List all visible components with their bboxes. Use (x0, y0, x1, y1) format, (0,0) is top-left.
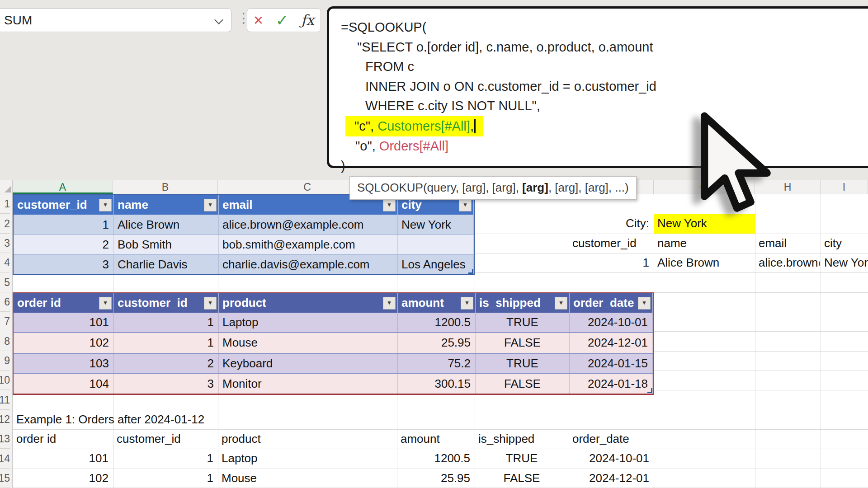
cell[interactable]: Keyboard (219, 354, 398, 373)
row-header[interactable]: 1 (0, 194, 10, 214)
cell[interactable]: FALSE (476, 374, 570, 394)
cell[interactable]: 102 (14, 333, 114, 353)
example-cell[interactable]: 102 (13, 469, 113, 488)
filter-icon[interactable]: ▾ (99, 199, 112, 211)
cell[interactable]: 2024-01-18 (570, 374, 653, 394)
lookup-result-cell[interactable]: alice.brown@example.com (755, 253, 820, 272)
cell[interactable]: Laptop (219, 313, 398, 332)
example-header-cell[interactable]: order_date (569, 429, 654, 449)
filter-icon[interactable]: ▾ (204, 199, 217, 211)
example-cell[interactable]: 101 (13, 449, 113, 469)
row-header[interactable]: 5 (0, 272, 10, 292)
cell[interactable]: 2 (14, 235, 114, 254)
lookup-header-cell[interactable]: name (654, 234, 755, 253)
customers-header-cell[interactable]: customer_id▾ (14, 195, 114, 215)
example-cell[interactable]: 2024-12-01 (569, 469, 654, 488)
table-resize-handle[interactable] (647, 388, 652, 393)
example-header-cell[interactable]: product (218, 429, 397, 449)
example-cell[interactable]: FALSE (475, 469, 569, 488)
example-cell[interactable]: TRUE (475, 449, 569, 469)
row-header[interactable]: 14 (0, 449, 10, 469)
formula-input[interactable]: =SQLOOKUP( "SELECT o.[order id], c.name,… (327, 6, 868, 168)
city-label-cell[interactable]: City: (569, 214, 654, 234)
cell[interactable]: 2024-12-01 (570, 333, 653, 353)
lookup-header-cell[interactable]: city (821, 234, 868, 253)
column-header-A[interactable]: A (13, 180, 113, 194)
enter-icon[interactable]: ✓ (276, 13, 289, 28)
example-cell[interactable]: 1 (113, 449, 218, 469)
example-cell[interactable]: Laptop (218, 449, 397, 469)
example-header-cell[interactable]: customer_id (113, 429, 218, 449)
cell[interactable]: 1 (14, 215, 114, 235)
filter-icon[interactable]: ▾ (459, 199, 472, 211)
column-header-I[interactable]: I (821, 180, 868, 194)
cell[interactable]: Los Angeles (398, 255, 474, 274)
orders-header-cell[interactable]: order id▾ (14, 293, 114, 313)
cell[interactable]: 2024-10-01 (570, 313, 653, 332)
cell[interactable]: 1200.5 (398, 313, 476, 332)
lookup-result-cell[interactable]: 1 (569, 253, 654, 272)
example-cell[interactable]: 25.95 (397, 469, 475, 488)
cell[interactable]: 104 (14, 374, 114, 394)
insert-function-icon[interactable]: ƒx (301, 13, 314, 27)
example-header-cell[interactable]: order id (13, 429, 113, 449)
example-header-cell[interactable]: amount (397, 429, 475, 449)
cancel-icon[interactable]: × (254, 12, 263, 28)
cell[interactable]: 25.95 (398, 333, 476, 353)
row-header[interactable]: 3 (0, 234, 10, 253)
lookup-result-cell[interactable]: New York (821, 253, 868, 272)
filter-icon[interactable]: ▾ (555, 297, 567, 310)
example-title-cell[interactable]: Example 1: Orders after 2024-01-12 (13, 410, 383, 429)
cell[interactable]: New York (398, 215, 474, 235)
orders-header-cell[interactable]: product▾ (219, 293, 398, 313)
row-header[interactable]: 10 (0, 371, 10, 390)
cell[interactable]: TRUE (476, 313, 570, 332)
row-header[interactable]: 4 (0, 253, 10, 272)
cell[interactable]: 101 (14, 313, 114, 332)
cell[interactable]: Mouse (219, 333, 398, 353)
cell[interactable]: 75.2 (398, 354, 476, 373)
orders-header-cell[interactable]: customer_id▾ (114, 293, 219, 313)
cell[interactable]: 1 (114, 333, 219, 353)
row-header[interactable]: 2 (0, 214, 10, 234)
example-header-cell[interactable]: is_shipped (475, 429, 569, 449)
filter-icon[interactable]: ▾ (383, 199, 396, 211)
select-all-corner[interactable] (0, 180, 13, 194)
filter-icon[interactable]: ▾ (638, 297, 651, 310)
filter-icon[interactable]: ▾ (204, 297, 217, 310)
cell[interactable] (398, 235, 474, 254)
orders-header-cell[interactable]: order_date▾ (570, 293, 653, 313)
filter-icon[interactable]: ▾ (99, 297, 112, 310)
row-header[interactable]: 12 (0, 410, 10, 429)
row-header[interactable]: 15 (0, 469, 10, 488)
row-header[interactable]: 8 (0, 331, 10, 351)
example-cell[interactable]: 2024-10-01 (569, 449, 654, 469)
filter-icon[interactable]: ▾ (383, 297, 396, 310)
cell[interactable]: 1 (114, 313, 219, 332)
name-box[interactable]: SUM (0, 8, 231, 32)
cell[interactable]: bob.smith@example.com (219, 235, 398, 254)
row-header[interactable]: 6 (0, 292, 10, 312)
cell[interactable]: Alice Brown (114, 215, 219, 235)
cell[interactable]: FALSE (476, 333, 570, 353)
lookup-header-cell[interactable]: email (755, 234, 821, 253)
chevron-down-icon[interactable] (216, 16, 223, 23)
table-resize-handle[interactable] (468, 269, 473, 274)
cell[interactable]: TRUE (476, 354, 570, 373)
row-header[interactable]: 9 (0, 351, 10, 371)
cell[interactable]: 2 (114, 354, 219, 373)
orders-header-cell[interactable]: amount▾ (398, 293, 476, 313)
orders-header-cell[interactable]: is_shipped▾ (476, 293, 570, 313)
example-cell[interactable]: 1 (113, 469, 218, 488)
row-header[interactable]: 7 (0, 312, 10, 331)
customers-header-cell[interactable]: name▾ (114, 195, 219, 215)
cell[interactable]: alice.brown@example.com (219, 215, 398, 235)
example-cell[interactable]: 1200.5 (397, 449, 475, 469)
cell[interactable]: Monitor (219, 374, 398, 394)
lookup-header-cell[interactable]: customer_id (569, 234, 654, 253)
column-header-B[interactable]: B (113, 180, 218, 194)
cell[interactable]: Bob Smith (114, 235, 219, 254)
cell[interactable]: 2024-01-15 (570, 354, 653, 373)
cell[interactable]: charlie.davis@example.com (219, 255, 398, 274)
filter-icon[interactable]: ▾ (461, 297, 473, 310)
